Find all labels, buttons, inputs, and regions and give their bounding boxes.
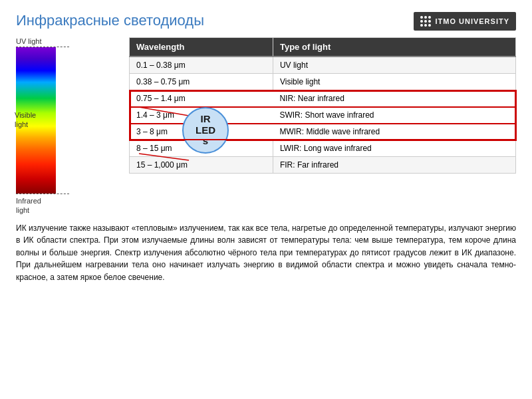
table-row: 15 – 1,000 μmFIR: Far infrared bbox=[130, 157, 516, 174]
wavelength-cell: 0.1 – 0.38 μm bbox=[130, 57, 273, 74]
page: Инфракрасные светодиоды ITMO UNIVERSITY … bbox=[0, 0, 532, 399]
wavelength-cell: 0.38 – 0.75 μm bbox=[130, 74, 273, 90]
type-cell: FIR: Far infrared bbox=[273, 157, 515, 174]
type-cell: SWIR: Short wave infrared bbox=[273, 107, 515, 124]
visible-label: Visiblelight bbox=[15, 110, 51, 130]
logo-box: ITMO UNIVERSITY bbox=[414, 12, 516, 31]
body-text: ИК излучение также называют «тепловым» и… bbox=[16, 222, 516, 284]
infrared-dashed-line bbox=[16, 194, 69, 194]
type-cell: Visible light bbox=[273, 74, 515, 90]
logo-dots-icon bbox=[420, 16, 431, 27]
table-container: Wavelength Type of light 0.1 – 0.38 μmUV… bbox=[129, 37, 516, 174]
logo-text: ITMO UNIVERSITY bbox=[435, 17, 509, 25]
table-row: 0.38 – 0.75 μmVisible light bbox=[130, 74, 516, 90]
spectrum-container: UV light Visiblelight Infraredlight bbox=[16, 37, 76, 215]
type-cell: LWIR: Long wave infrared bbox=[273, 140, 515, 157]
ir-led-circle: IRLEDs bbox=[182, 107, 229, 154]
page-title: Инфракрасные светодиоды bbox=[16, 12, 204, 29]
table-row: 0.1 – 0.38 μmUV light bbox=[130, 57, 516, 74]
table-row: 0.75 – 1.4 μmNIR: Near infrared bbox=[130, 90, 516, 107]
type-cell: MWIR: Middle wave infrared bbox=[273, 124, 515, 140]
col-wavelength: Wavelength bbox=[130, 38, 273, 57]
uv-label: UV light bbox=[16, 37, 42, 45]
wavelength-cell: 15 – 1,000 μm bbox=[130, 157, 273, 174]
col-type: Type of light bbox=[273, 38, 515, 57]
content-row: UV light Visiblelight Infraredlight IRLE… bbox=[16, 37, 516, 215]
wavelength-table: Wavelength Type of light 0.1 – 0.38 μmUV… bbox=[129, 37, 516, 174]
type-cell: NIR: Near infrared bbox=[273, 90, 515, 107]
type-cell: UV light bbox=[273, 57, 515, 74]
header: Инфракрасные светодиоды ITMO UNIVERSITY bbox=[16, 12, 516, 31]
infrared-label: Infraredlight bbox=[16, 196, 41, 215]
table-header-row: Wavelength Type of light bbox=[130, 38, 516, 57]
wavelength-cell: 0.75 – 1.4 μm bbox=[130, 90, 273, 107]
